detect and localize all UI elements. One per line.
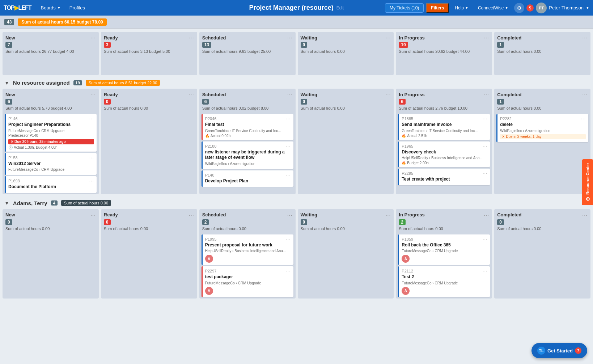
top-col-new: New ··· 7 Sum of actual hours 26.77 budg… [3,32,99,75]
fire-icon-2: 🔥 [402,134,406,138]
card-p1995[interactable]: P1995 ··· Present proposal for future wo… [202,234,293,265]
card-p2046[interactable]: P2046 ··· Final test GreenTorchinc › IT … [202,114,293,140]
nr-col-ready: Ready ··· 0 Sum of actual hours 0.00 [101,89,197,194]
logo[interactable]: TOP▶LEFT [4,4,31,11]
nr-col-waiting: Waiting ··· 0 Sum of actual hours 0.00 [298,89,394,194]
card-p146[interactable]: P146 ··· Project Engineer Preparations F… [5,114,97,152]
nr-col-new: New ··· 6 Sum of actual hours 5.73 budge… [3,89,99,194]
filters-button[interactable]: Filters [426,3,449,13]
group-no-resource: ▼ No resource assigned 19 Sum of actual … [0,77,593,89]
avatar-p1859: A [402,255,410,263]
global-summary-bar: 43 Sum of actual hours 60.15 budget 78.0… [0,16,593,29]
at-col-waiting: Waiting ··· 0 Sum of actual hours 0.00 [298,209,394,299]
help-chevron-icon: ▼ [465,6,469,10]
nav-profiles[interactable]: Profiles [66,4,89,12]
clock-icon: 🕐 [8,145,13,149]
edit-button[interactable]: Edit [336,5,344,10]
group-toggle-adams[interactable]: ▼ [4,200,9,206]
nr-col-inprogress: In Progress ··· 6 Sum of actual hours 2.… [396,89,492,194]
group-toggle-no-resource[interactable]: ▼ [4,80,9,86]
settings-icon[interactable]: ⚙ [514,3,524,13]
header: TOP▶LEFT Boards ▼ Profiles Project Manag… [0,0,593,16]
at-col-inprogress: In Progress ··· 2 Sum of actual hours 0.… [396,209,492,299]
global-sum-text: Sum of actual hours 60.15 budget 78.00 [18,18,106,26]
nr-col-completed: Completed ··· 1 Sum of actual hours 0.00… [494,89,590,194]
fire-icon-3: 🔥 [402,161,406,165]
at-col-new: New ··· 0 Sum of actual hours 0.00 [3,209,99,299]
timer-icon: ✕ [502,135,505,139]
card-p1693[interactable]: P1693 ··· Document the Platform [5,176,97,193]
page-title: Project Manager (resource) Edit [249,4,344,12]
card-p1859[interactable]: P1859 ··· Roll back the Office 365 Futur… [398,234,490,265]
card-p158[interactable]: P158 ··· Win2012 Server FutureMessageCo … [5,153,97,175]
resource-icon: ⊕ [585,197,590,201]
card-p1885[interactable]: P1885 ··· Send mainframe invoice GreenTo… [398,114,490,140]
help-button[interactable]: Help ▼ [451,4,472,12]
avatar-p2112: A [402,287,410,295]
no-resource-columns: New ··· 6 Sum of actual hours 5.73 budge… [0,89,593,197]
at-col-ready: Ready ··· 0 Sum of actual hours 0.00 [101,209,197,299]
top-col-inprogress: In Progress ··· 19 Sum of actual hours 2… [396,32,492,75]
top-columns-row: New ··· 7 Sum of actual hours 26.77 budg… [0,29,593,77]
card-p1965[interactable]: P1965 ··· Discovery check HelpUSellRealt… [398,141,490,168]
top-col-ready: Ready ··· 3 Sum of actual hours 3.13 bud… [101,32,197,75]
at-col-completed: Completed ··· 0 Sum of actual hours 0.00 [494,209,590,299]
top-col-completed: Completed ··· 1 Sum of actual hours 0.00 [494,32,590,75]
adams-terry-columns: New ··· 0 Sum of actual hours 0.00 Ready… [0,209,593,301]
header-right: My Tickets (10) Filters Help ▼ ConnectWi… [385,3,589,13]
at-col-scheduled: Scheduled ··· 2 Sum of actual hours 0.00… [199,209,296,299]
avatar[interactable]: PT [536,3,547,13]
nr-col-scheduled: Scheduled ··· 6 Sum of actual hours 0.02… [199,89,296,194]
resource-center-panel: ⊕ Resource Center [582,159,593,205]
top-col-waiting: Waiting ··· 0 Sum of actual hours 0.00 [298,32,394,75]
avatar-p2297: A [205,287,213,295]
connectwise-chevron-icon: ▼ [505,6,508,10]
user-name[interactable]: Peter Thompson [549,5,584,10]
global-count: 43 [4,19,14,25]
resource-center-button[interactable]: ⊕ Resource Center [582,159,593,205]
card-p2295[interactable]: P2295 ··· Test create with project [398,169,490,185]
notification-badge[interactable]: 5 [526,4,534,12]
nav-boards[interactable]: Boards ▼ [37,4,64,12]
due-icon: ✕ [10,140,13,144]
fire-icon: 🔥 [205,134,209,138]
avatar-p1995: A [205,255,213,263]
connectwise-button[interactable]: ConnectWise ▼ [474,4,512,12]
group-adams-terry: ▼ Adams, Terry 4 Sum of actual hours 0.0… [0,197,593,209]
top-col-scheduled: Scheduled ··· 13 Sum of actual hours 9.6… [199,32,296,75]
card-p2297[interactable]: P2297 ··· test packager FutureMessageCo … [202,266,293,297]
card-p2282[interactable]: P2282 ··· delete WildEaglelInc › Azure m… [496,114,588,142]
card-p2112[interactable]: P2112 ··· Test 2 FutureMessageCo › CRM U… [398,266,490,297]
boards-chevron-icon: ▼ [57,6,61,10]
my-tickets-button[interactable]: My Tickets (10) [385,3,424,13]
user-chevron-icon: ▼ [586,6,589,10]
card-p2180[interactable]: P2180 ··· new listener may be triggered … [202,141,293,169]
header-nav: Boards ▼ Profiles [37,4,89,12]
card-p140[interactable]: P140 ··· Develop Project Plan [202,170,293,187]
